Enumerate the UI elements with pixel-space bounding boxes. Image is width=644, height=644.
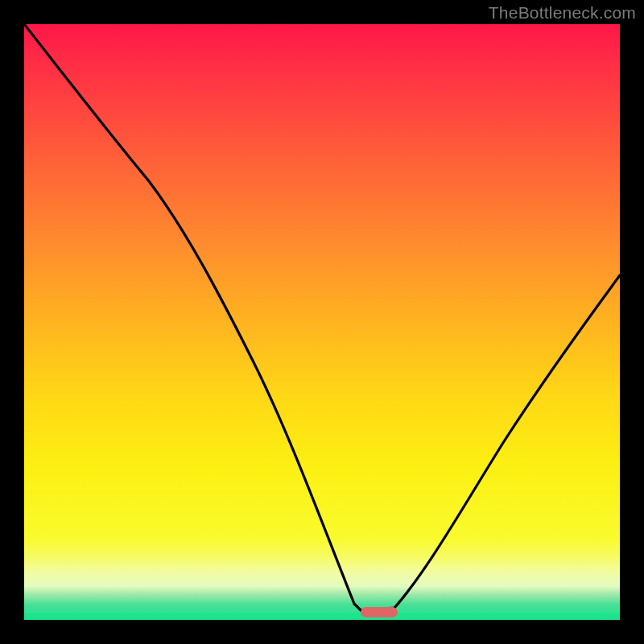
plot-area [24, 24, 620, 620]
chart-root: TheBottleneck.com [0, 0, 644, 644]
bottleneck-curve [24, 24, 620, 620]
optimal-marker [361, 607, 398, 617]
curve-path [24, 24, 620, 610]
watermark-text: TheBottleneck.com [489, 3, 636, 23]
